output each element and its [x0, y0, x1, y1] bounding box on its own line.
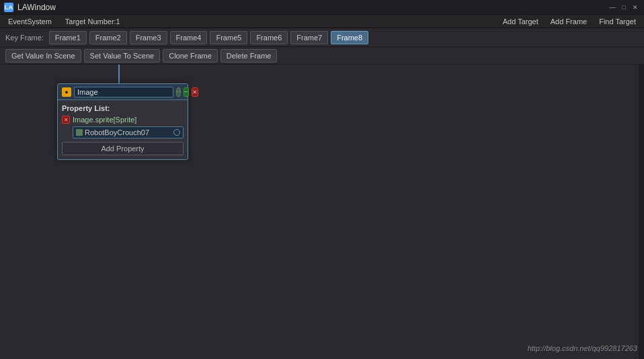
window-icon-text: LA: [5, 4, 13, 11]
right-scrollbar[interactable]: [639, 65, 644, 359]
property-name: Image.sprite[Sprite]: [73, 116, 136, 124]
set-value-button[interactable]: Set Value To Scene: [84, 49, 161, 63]
header-minus-button[interactable]: −: [184, 87, 189, 97]
keyframe-bar: Key Frame: Frame1 Frame2 Frame3 Frame4 F…: [0, 28, 644, 47]
title-bar: LA LAWindow — □ ✕: [0, 0, 644, 15]
component-card: ● ○ − ✕ Property List: ✕ Image.sprite[Sp…: [57, 83, 188, 160]
minimize-button[interactable]: —: [608, 3, 617, 12]
title-bar-left: LA LAWindow: [4, 3, 56, 12]
value-row: RobotBoyCrouch07: [62, 126, 184, 138]
frame1-button[interactable]: Frame1: [49, 31, 87, 44]
get-value-button[interactable]: Get Value In Scene: [5, 49, 81, 63]
window-controls: — □ ✕: [608, 3, 640, 12]
header-circle-button[interactable]: ○: [176, 87, 181, 97]
frame8-button[interactable]: Frame8: [331, 31, 368, 44]
menu-left: EventSystem Target Number:1: [5, 16, 123, 27]
delete-frame-button[interactable]: Delete Frame: [220, 49, 278, 63]
frame3-button[interactable]: Frame3: [130, 31, 167, 44]
menu-right: Add Target Add Frame Find Target: [500, 16, 639, 27]
add-property-button[interactable]: Add Property: [62, 142, 184, 155]
value-circle-icon: [173, 129, 180, 136]
frame2-button[interactable]: Frame2: [89, 31, 127, 44]
menu-target-number: Target Number:1: [63, 16, 123, 27]
clone-frame-button[interactable]: Clone Frame: [163, 49, 218, 63]
action-bar: Get Value In Scene Set Value To Scene Cl…: [0, 47, 644, 65]
component-icon: ●: [62, 87, 71, 97]
component-icon-symbol: ●: [65, 89, 68, 95]
value-input-container[interactable]: RobotBoyCrouch07: [73, 126, 184, 138]
frame6-button[interactable]: Frame6: [250, 31, 288, 44]
header-close-button[interactable]: ✕: [192, 87, 198, 97]
keyframe-label: Key Frame:: [5, 34, 44, 42]
value-text: RobotBoyCrouch07: [85, 128, 171, 136]
menu-add-target[interactable]: Add Target: [500, 16, 541, 27]
component-name-input[interactable]: [74, 87, 173, 97]
frame4-button[interactable]: Frame4: [170, 31, 208, 44]
menu-find-target[interactable]: Find Target: [596, 16, 639, 27]
main-content: ● ○ − ✕ Property List: ✕ Image.sprite[Sp…: [0, 65, 644, 359]
menu-bar: EventSystem Target Number:1 Add Target A…: [0, 15, 644, 28]
maximize-button[interactable]: □: [619, 3, 629, 12]
frame7-button[interactable]: Frame7: [290, 31, 328, 44]
close-button[interactable]: ✕: [631, 3, 640, 12]
connector-line: [118, 65, 120, 83]
watermark: http://blog.csdn.net/qq992817263: [528, 344, 637, 352]
menu-event-system[interactable]: EventSystem: [5, 16, 54, 27]
frame5-button[interactable]: Frame5: [210, 31, 247, 44]
value-icon: [76, 129, 83, 136]
window-title: LAWindow: [17, 3, 56, 12]
property-row: ✕ Image.sprite[Sprite]: [62, 116, 184, 124]
property-list-label: Property List:: [62, 104, 184, 112]
window-icon: LA: [4, 3, 13, 12]
card-body: Property List: ✕ Image.sprite[Sprite] Ro…: [58, 100, 188, 159]
card-header: ● ○ − ✕: [58, 84, 188, 100]
property-remove-button[interactable]: ✕: [62, 116, 70, 124]
menu-add-frame[interactable]: Add Frame: [548, 16, 590, 27]
